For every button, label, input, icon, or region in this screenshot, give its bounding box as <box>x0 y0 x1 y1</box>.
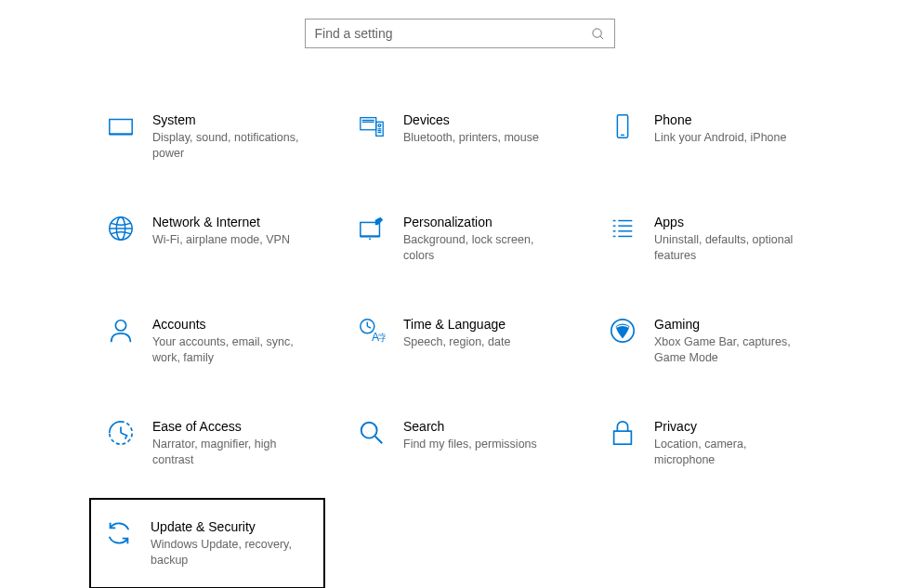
svg-point-37 <box>361 423 377 438</box>
tile-privacy[interactable]: Privacy Location, camera, microphone <box>604 414 855 472</box>
tile-ease-of-access[interactable]: Ease of Access Narrator, magnifier, high… <box>102 414 353 472</box>
tile-accounts[interactable]: Accounts Your accounts, email, sync, wor… <box>102 312 353 370</box>
tile-time-language[interactable]: A 字 Time & Language Speech, region, date <box>353 312 604 370</box>
tile-phone[interactable]: Phone Link your Android, iPhone <box>604 108 855 165</box>
tile-title: Personalization <box>403 214 600 230</box>
tile-desc: Wi-Fi, airplane mode, VPN <box>152 232 301 248</box>
search-category-icon <box>357 418 387 448</box>
tile-apps[interactable]: Apps Uninstall, defaults, optional featu… <box>604 210 855 268</box>
tile-desc: Windows Update, recovery, backup <box>151 537 299 568</box>
search-input[interactable] <box>315 26 591 41</box>
tile-title: Phone <box>654 111 851 128</box>
settings-tiles-grid: System Display, sound, notifications, po… <box>0 48 919 588</box>
svg-rect-3 <box>110 120 132 135</box>
search-container <box>0 0 919 48</box>
svg-line-1 <box>593 29 600 36</box>
svg-line-32 <box>367 326 371 328</box>
tile-search[interactable]: Search Find my files, permissions <box>353 414 604 472</box>
gaming-icon <box>608 316 637 346</box>
tile-title: System <box>152 111 349 128</box>
apps-icon <box>608 214 637 243</box>
svg-line-2 <box>599 35 602 38</box>
tile-title: Privacy <box>654 418 851 435</box>
tile-title: Gaming <box>654 316 851 333</box>
devices-icon <box>357 111 387 141</box>
tile-title: Devices <box>403 111 600 128</box>
svg-rect-39 <box>614 431 632 444</box>
tile-desc: Xbox Game Bar, captures, Game Mode <box>654 334 803 366</box>
tile-title: Accounts <box>152 316 349 333</box>
svg-rect-5 <box>361 118 376 130</box>
tile-update-security[interactable]: Update & Security Windows Update, recove… <box>89 498 325 588</box>
tile-personalization[interactable]: Personalization Background, lock screen,… <box>353 210 604 268</box>
svg-point-9 <box>378 124 381 127</box>
tile-desc: Background, lock screen, colors <box>403 232 552 264</box>
tile-title: Update & Security <box>151 518 320 535</box>
tile-system[interactable]: System Display, sound, notifications, po… <box>102 108 353 165</box>
tile-title: Ease of Access <box>152 418 349 435</box>
tile-desc: Speech, region, date <box>403 334 552 350</box>
tile-desc: Location, camera, microphone <box>654 437 803 468</box>
time-language-icon: A 字 <box>357 316 387 346</box>
tile-desc: Find my files, permissions <box>403 437 552 452</box>
svg-point-29 <box>115 320 125 331</box>
network-icon <box>106 214 136 243</box>
search-icon <box>591 27 605 41</box>
tile-title: Network & Internet <box>152 214 349 230</box>
system-icon <box>106 111 136 141</box>
privacy-icon <box>608 418 637 448</box>
tile-desc: Uninstall, defaults, optional features <box>654 232 803 264</box>
tile-title: Search <box>403 418 600 435</box>
search-box[interactable] <box>305 19 615 48</box>
tile-title: Apps <box>654 214 851 230</box>
svg-line-38 <box>375 437 383 444</box>
tile-devices[interactable]: Devices Bluetooth, printers, mouse <box>353 108 604 165</box>
tile-network[interactable]: Network & Internet Wi-Fi, airplane mode,… <box>102 210 353 268</box>
tile-gaming[interactable]: Gaming Xbox Game Bar, captures, Game Mod… <box>604 312 855 370</box>
tile-desc: Bluetooth, printers, mouse <box>403 130 552 146</box>
tile-desc: Narrator, magnifier, high contrast <box>152 437 301 468</box>
personalization-icon <box>357 214 387 243</box>
accounts-icon <box>106 316 136 346</box>
tile-desc: Your accounts, email, sync, work, family <box>152 334 301 366</box>
update-security-icon <box>104 518 134 548</box>
tile-desc: Link your Android, iPhone <box>654 130 803 146</box>
svg-rect-13 <box>617 115 627 137</box>
ease-of-access-icon <box>106 418 136 448</box>
tile-title: Time & Language <box>403 316 600 333</box>
tile-desc: Display, sound, notifications, power <box>152 130 301 162</box>
phone-icon <box>608 111 637 141</box>
svg-text:字: 字 <box>378 333 386 343</box>
